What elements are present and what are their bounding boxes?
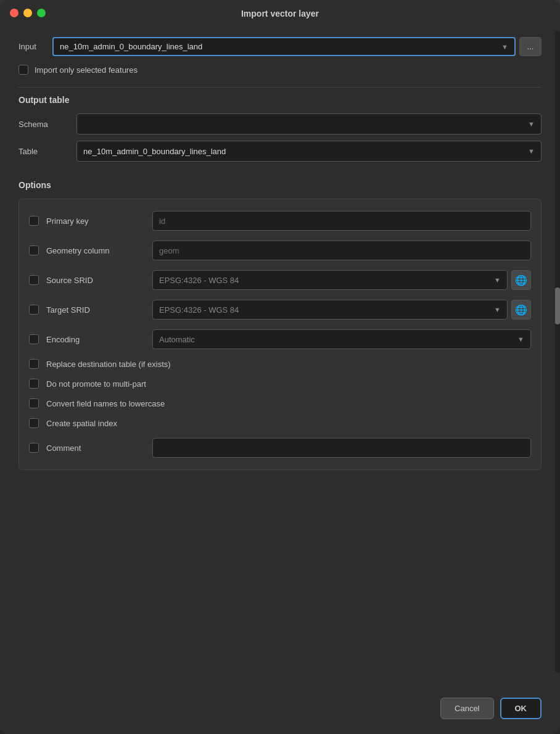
source-srid-combo-group: EPSG:4326 - WGS 84 ▼ 🌐 [152, 270, 531, 290]
target-srid-value: EPSG:4326 - WGS 84 [159, 305, 239, 315]
replace-dest-checkbox[interactable] [29, 359, 39, 369]
target-srid-combo[interactable]: EPSG:4326 - WGS 84 ▼ [152, 300, 508, 320]
target-srid-globe-button[interactable]: 🌐 [511, 300, 531, 320]
encoding-combo[interactable]: Automatic ▼ [152, 329, 531, 349]
schema-row: Schema ▼ [19, 113, 541, 134]
input-label: Input [19, 42, 46, 51]
input-field[interactable]: ne_10m_admin_0_boundary_lines_land ▼ [52, 37, 516, 56]
options-grid: Primary key Geometry column Source SRID … [19, 199, 541, 470]
convert-field-names-checkbox[interactable] [29, 398, 39, 408]
close-button[interactable] [10, 9, 19, 17]
replace-dest-row: Replace destination table (if exists) [29, 355, 531, 373]
source-srid-combo[interactable]: EPSG:4326 - WGS 84 ▼ [152, 270, 508, 290]
encoding-checkbox[interactable] [29, 334, 39, 344]
ok-button[interactable]: OK [500, 698, 542, 719]
target-srid-row: Target SRID EPSG:4326 - WGS 84 ▼ 🌐 [29, 295, 531, 324]
input-dropdown-arrow: ▼ [501, 43, 508, 51]
input-value: ne_10m_admin_0_boundary_lines_land [60, 42, 202, 51]
comment-input[interactable] [152, 438, 531, 458]
comment-checkbox[interactable] [29, 443, 39, 453]
source-srid-checkbox[interactable] [29, 275, 39, 285]
geometry-column-checkbox[interactable] [29, 245, 39, 255]
no-promote-label: Do not promote to multi-part [46, 379, 146, 389]
output-table-section: Output table Schema ▼ Table ne_10m_admin… [19, 95, 541, 168]
dialog-footer: Cancel OK [0, 688, 560, 734]
table-dropdown-arrow: ▼ [528, 147, 535, 155]
create-spatial-index-label: Create spatial index [46, 419, 117, 428]
window-controls [10, 9, 46, 17]
options-section: Options Primary key Geometry column [19, 180, 541, 470]
import-only-selected-checkbox[interactable] [19, 65, 28, 75]
input-row: Input ne_10m_admin_0_boundary_lines_land… [19, 37, 541, 56]
convert-field-names-row: Convert field names to lowercase [29, 394, 531, 413]
geometry-column-input[interactable] [152, 241, 531, 260]
import-only-selected-label: Import only selected features [35, 65, 138, 75]
scrollbar[interactable] [555, 31, 560, 672]
source-srid-globe-button[interactable]: 🌐 [511, 270, 531, 290]
table-label: Table [19, 147, 68, 156]
no-promote-row: Do not promote to multi-part [29, 374, 531, 393]
primary-key-checkbox[interactable] [29, 216, 39, 226]
title-bar: Import vector layer [0, 0, 560, 25]
scrollbar-thumb[interactable] [555, 287, 560, 324]
input-combo: ne_10m_admin_0_boundary_lines_land ▼ ... [52, 37, 541, 56]
primary-key-row: Primary key [29, 207, 531, 235]
encoding-value: Automatic [159, 335, 195, 344]
schema-dropdown-arrow: ▼ [528, 120, 535, 128]
output-table-heading: Output table [19, 95, 541, 105]
encoding-label: Encoding [46, 335, 145, 344]
options-heading: Options [19, 180, 541, 190]
cancel-button[interactable]: Cancel [440, 698, 493, 719]
import-vector-layer-dialog: Import vector layer Input ne_10m_admin_0… [0, 0, 560, 734]
browse-button[interactable]: ... [519, 37, 541, 56]
create-spatial-index-checkbox[interactable] [29, 418, 39, 428]
divider-1 [19, 87, 541, 88]
target-srid-checkbox[interactable] [29, 305, 39, 315]
source-srid-arrow: ▼ [494, 276, 501, 284]
maximize-button[interactable] [37, 9, 46, 17]
table-field[interactable]: ne_10m_admin_0_boundary_lines_land ▼ [76, 141, 541, 162]
source-srid-value: EPSG:4326 - WGS 84 [159, 276, 239, 285]
geometry-column-label: Geometry column [46, 246, 145, 255]
create-spatial-index-row: Create spatial index [29, 414, 531, 432]
target-srid-combo-group: EPSG:4326 - WGS 84 ▼ 🌐 [152, 300, 531, 320]
geometry-column-row: Geometry column [29, 236, 531, 265]
dialog-title: Import vector layer [241, 9, 319, 19]
import-only-selected-row: Import only selected features [19, 65, 541, 75]
table-row: Table ne_10m_admin_0_boundary_lines_land… [19, 141, 541, 162]
primary-key-input[interactable] [152, 211, 531, 231]
source-srid-row: Source SRID EPSG:4326 - WGS 84 ▼ 🌐 [29, 266, 531, 294]
target-srid-label: Target SRID [46, 305, 145, 315]
target-srid-arrow: ▼ [494, 306, 501, 313]
replace-dest-label: Replace destination table (if exists) [46, 360, 171, 369]
primary-key-label: Primary key [46, 216, 145, 226]
dialog-content: Input ne_10m_admin_0_boundary_lines_land… [0, 25, 560, 688]
encoding-arrow: ▼ [517, 336, 524, 343]
minimize-button[interactable] [23, 9, 32, 17]
schema-field[interactable]: ▼ [76, 113, 541, 134]
comment-label: Comment [46, 443, 145, 453]
no-promote-checkbox[interactable] [29, 379, 39, 389]
source-srid-label: Source SRID [46, 276, 145, 285]
comment-row: Comment [29, 434, 531, 462]
table-value: ne_10m_admin_0_boundary_lines_land [83, 147, 226, 156]
encoding-row: Encoding Automatic ▼ [29, 325, 531, 353]
convert-field-names-label: Convert field names to lowercase [46, 399, 165, 408]
schema-label: Schema [19, 120, 68, 129]
